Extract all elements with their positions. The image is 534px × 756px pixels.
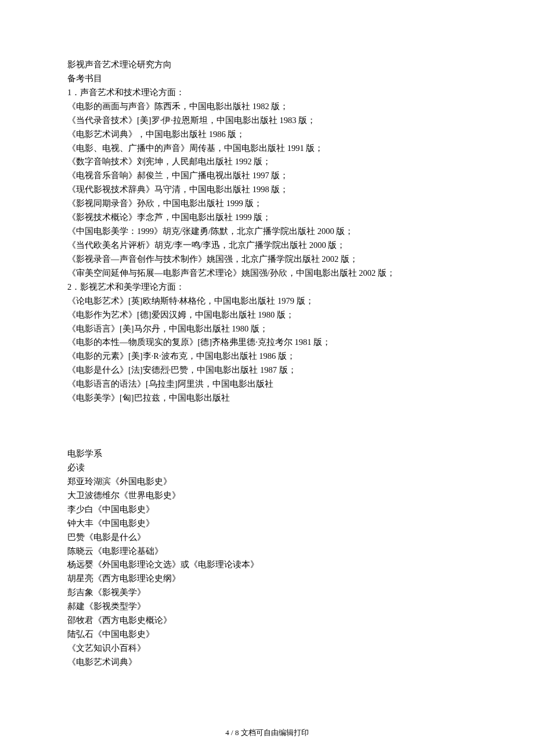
list-item: 郝建《影视类型学》: [67, 600, 467, 614]
list-item: 《电影的本性—物质现实的复原》[德]齐格弗里德·克拉考尔 1981 版；: [67, 336, 467, 350]
list-item: 胡星亮《西方电影理论史纲》: [67, 572, 467, 586]
list-item: 《影视录音—声音创作与技术制作》姚国强，北京广播学院出版社 2002 版；: [67, 253, 467, 267]
list-item: 《电影是什么》[法]安德烈·巴赞，中国电影出版社 1987 版；: [67, 363, 467, 377]
list-item: 《当代录音技术》[美]罗·伊·拉恩斯坦，中国电影出版社 1983 版；: [67, 114, 467, 128]
list-item: 大卫波德维尔《世界电影史》: [67, 489, 467, 503]
list-item: 《电影艺术词典》，中国电影出版社 1986 版；: [67, 128, 467, 142]
list-item: 《电影、电视、广播中的声音》周传基，中国电影出版社 1991 版；: [67, 142, 467, 156]
list-item: 《电影的画面与声音》陈西禾，中国电影出版社 1982 版；: [67, 100, 467, 114]
list-item: 《影视技术概论》李念芦，中国电影出版社 1999 版；: [67, 211, 467, 225]
list-item: 《电影作为艺术》[德]爱因汉姆，中国电影出版社 1980 版；: [67, 308, 467, 322]
list-item: 陆弘石《中国电影史》: [67, 628, 467, 642]
list-item: 杨远婴《外国电影理论文选》或《电影理论读本》: [67, 558, 467, 572]
list-item: 《电视音乐音响》郝俊兰，中国广播电视出版社 1997 版；: [67, 169, 467, 183]
list-item: 钟大丰《中国电影史》: [67, 517, 467, 531]
list-item: 《当代欧美名片评析》胡克/李一鸣/李迅，北京广播学院出版社 2000 版；: [67, 239, 467, 253]
section-gap: [67, 405, 467, 447]
list-item: 《电影语言》[美]马尔丹，中国电影出版社 1980 版；: [67, 322, 467, 336]
list-item: 《电影语言的语法》[乌拉圭]阿里洪，中国电影出版社: [67, 377, 467, 391]
list-item: 《中国电影美学：1999》胡克/张建勇/陈默，北京广播学院出版社 2000 版；: [67, 225, 467, 239]
category2-header: 2．影视艺术和美学理论方面：: [67, 280, 467, 294]
list-item: 《论电影艺术》[英]欧纳斯特·林格伦，中国电影出版社 1979 版；: [67, 294, 467, 308]
list-item: 陈晓云《电影理论基础》: [67, 545, 467, 559]
list-item: 彭吉象《影视美学》: [67, 586, 467, 600]
list-item: 《影视同期录音》孙欣，中国电影出版社 1999 版；: [67, 197, 467, 211]
list-item: 郑亚玲湖滨《外国电影史》: [67, 475, 467, 489]
section1-title: 影视声音艺术理论研究方向: [67, 58, 467, 72]
list-item: 《文艺知识小百科》: [67, 642, 467, 656]
list-item: 巴赞《电影是什么》: [67, 531, 467, 545]
list-item: 《审美空间延伸与拓展—电影声音艺术理论》姚国强/孙欣，中国电影出版社 2002 …: [67, 267, 467, 280]
list-item: 《电影艺术词典》: [67, 656, 467, 669]
document-body: 影视声音艺术理论研究方向 备考书目 1．声音艺术和技术理论方面： 《电影的画面与…: [67, 58, 467, 669]
section1-subtitle: 备考书目: [67, 72, 467, 86]
list-item: 邵牧君《西方电影史概论》: [67, 614, 467, 628]
list-item: 《现代影视技术辞典》马守清，中国电影出版社 1998 版；: [67, 183, 467, 197]
section2-subtitle: 必读: [67, 461, 467, 475]
list-item: 《数字音响技术》刘宪坤，人民邮电出版社 1992 版；: [67, 155, 467, 169]
category1-header: 1．声音艺术和技术理论方面：: [67, 86, 467, 100]
section2-title: 电影学系: [67, 447, 467, 461]
list-item: 《电影的元素》[美]李·R·波布克，中国电影出版社 1986 版；: [67, 350, 467, 363]
list-item: 李少白《中国电影史》: [67, 503, 467, 517]
list-item: 《电影美学》[匈]巴拉兹，中国电影出版社: [67, 391, 467, 405]
page-footer: 4 / 8 文档可自由编辑打印: [0, 726, 534, 739]
